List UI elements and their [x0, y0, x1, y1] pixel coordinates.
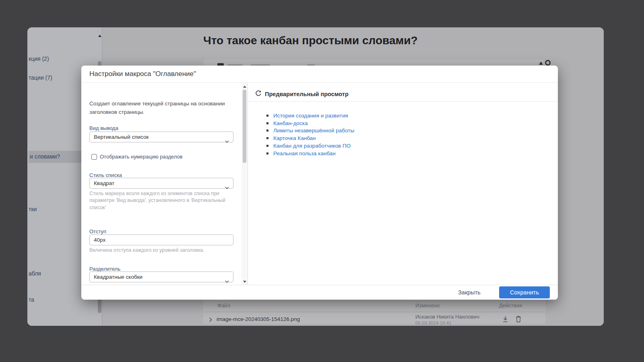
dialog-body: Создает оглавление текущей страницы на о…	[81, 83, 558, 285]
separator-select[interactable]: Квадратные скобки	[89, 272, 233, 282]
toc-link[interactable]: Канбан-доска	[266, 120, 354, 128]
dialog-title: Настройки макроса "Оглавление"	[89, 70, 196, 78]
indent-input[interactable]	[89, 234, 233, 245]
output-type-select[interactable]: Вертикальный список	[89, 132, 233, 142]
macro-settings-dialog: Настройки макроса "Оглавление" Создает о…	[81, 66, 558, 300]
preview-header: Предварительный просмотр	[255, 90, 349, 98]
numbering-label: Отображать нумерацию разделов	[100, 154, 183, 160]
toc-link[interactable]: Карточка Канбан	[266, 135, 354, 142]
indent-help: Величина отступа каждого из уровней заго…	[89, 247, 236, 254]
toc-link[interactable]: Реальная польза канбан	[266, 150, 354, 158]
save-button[interactable]: Сохранить	[499, 286, 550, 298]
refresh-icon[interactable]	[255, 90, 262, 98]
separator-value: Квадратные скобки	[94, 274, 142, 280]
list-style-label: Стиль списка	[89, 172, 122, 178]
toc-link[interactable]: Канбан для разработчиков ПО	[266, 142, 354, 150]
list-style-select[interactable]: Квадрат	[89, 178, 233, 189]
numbering-checkbox-row[interactable]: Отображать нумерацию разделов	[91, 154, 183, 160]
chevron-down-icon	[225, 136, 229, 146]
form-scrollbar[interactable]	[242, 83, 248, 285]
list-style-help: Стиль маркера возле каждого из элементов…	[89, 190, 236, 211]
preview-title: Предварительный просмотр	[265, 91, 349, 97]
output-type-label: Вид вывода	[89, 125, 118, 131]
preview-divider	[248, 101, 558, 102]
list-style-value: Квадрат	[94, 180, 114, 186]
dialog-footer: Закрыть Сохранить	[81, 285, 558, 300]
macro-description: Создает оглавление текущей страницы на о…	[89, 100, 235, 117]
preview-pane: Предварительный просмотр История создани…	[248, 83, 558, 285]
separator-label: Разделитель	[89, 266, 120, 272]
toc-link[interactable]: История создания и развития	[266, 112, 354, 120]
output-type-value: Вертикальный список	[94, 134, 149, 140]
scroll-up-arrow[interactable]	[243, 86, 246, 88]
scrollbar-thumb[interactable]	[243, 90, 246, 163]
dialog-header: Настройки макроса "Оглавление"	[81, 66, 558, 83]
settings-form: Создает оглавление текущей страницы на о…	[81, 83, 242, 285]
numbering-checkbox[interactable]	[91, 154, 97, 160]
close-button[interactable]: Закрыть	[456, 289, 483, 296]
toc-preview-list: История создания и развития Канбан-доска…	[266, 112, 354, 157]
scroll-down-arrow[interactable]	[243, 281, 246, 283]
toc-link[interactable]: Лимиты незавершённой работы	[266, 127, 354, 135]
indent-label: Отступ	[89, 228, 106, 234]
